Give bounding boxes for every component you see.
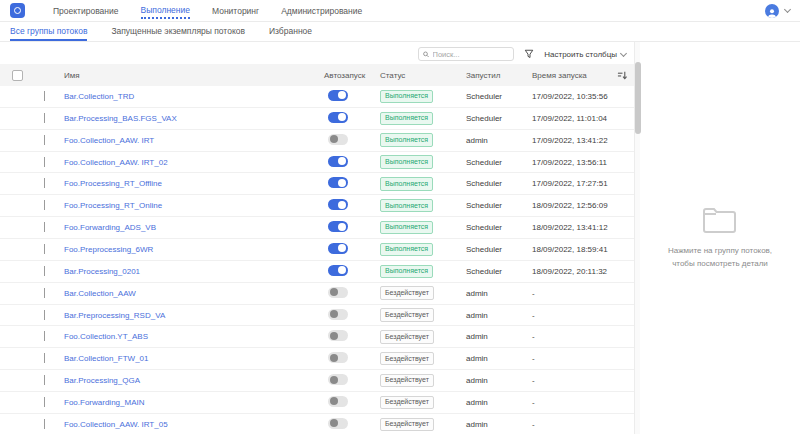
- autostart-toggle[interactable]: [328, 199, 348, 210]
- flow-group-name-link[interactable]: Bar.Collection_AAW: [64, 289, 136, 298]
- expand-chevron-icon[interactable]: [44, 266, 45, 276]
- nav-item-monitoring[interactable]: Мониторинг: [212, 3, 259, 18]
- expand-chevron-icon[interactable]: [44, 178, 45, 188]
- flow-group-name-link[interactable]: Bar.Processing_0201: [64, 267, 140, 276]
- autostart-toggle[interactable]: [328, 418, 348, 429]
- flow-group-name-link[interactable]: Foo.Collection_AAW. IRT_02: [64, 158, 168, 167]
- autostart-toggle[interactable]: [328, 177, 348, 188]
- table-row[interactable]: Bar.Processing_BAS.FGS_VAX Выполняется S…: [0, 108, 634, 130]
- table-row[interactable]: Bar.Processing_0201 Выполняется Schedule…: [0, 261, 634, 283]
- search-icon: [423, 51, 429, 58]
- filter-button[interactable]: [524, 49, 534, 59]
- start-time-value: 18/09/2022, 18:59:41: [532, 245, 610, 254]
- expand-chevron-icon[interactable]: [44, 288, 45, 298]
- flow-group-name-link[interactable]: Bar.Collection_TRD: [64, 92, 134, 101]
- autostart-toggle[interactable]: [328, 243, 348, 254]
- autostart-toggle[interactable]: [328, 112, 348, 123]
- expand-chevron-icon[interactable]: [44, 157, 45, 167]
- started-by-value: admin: [466, 311, 532, 320]
- started-by-value: Scheduler: [466, 223, 532, 232]
- table-row[interactable]: Bar.Processing_QGA Бездействует admin -: [0, 370, 634, 392]
- autostart-toggle[interactable]: [328, 90, 348, 101]
- expand-chevron-icon[interactable]: [44, 353, 45, 363]
- table-row[interactable]: Foo.Collection.YT_ABS Бездействует admin…: [0, 326, 634, 348]
- expand-chevron-icon[interactable]: [44, 397, 45, 407]
- flow-group-name-link[interactable]: Foo.Collection_AAW. IRT: [64, 136, 154, 145]
- sort-button[interactable]: [610, 70, 634, 81]
- user-avatar[interactable]: [765, 4, 779, 18]
- column-header-start-time[interactable]: Время запуска: [532, 71, 610, 80]
- expand-chevron-icon[interactable]: [44, 113, 45, 123]
- expand-chevron-icon[interactable]: [44, 375, 45, 385]
- flow-group-name-link[interactable]: Foo.Processing_RT_Offline: [64, 179, 162, 188]
- flow-group-name-link[interactable]: Bar.Processing_BAS.FGS_VAX: [64, 114, 177, 123]
- expand-chevron-icon[interactable]: [44, 200, 45, 210]
- nav-item-design[interactable]: Проектирование: [53, 3, 119, 18]
- tab-bar: Все группы потоков Запущенные экземпляры…: [0, 22, 800, 42]
- autostart-toggle[interactable]: [328, 134, 348, 145]
- table-row[interactable]: Foo.Collection_AAW. IRT_02 Выполняется S…: [0, 152, 634, 174]
- autostart-toggle[interactable]: [328, 309, 348, 320]
- search-input[interactable]: [433, 50, 510, 59]
- expand-chevron-icon[interactable]: [44, 222, 45, 232]
- tab-running-flow-instances[interactable]: Запущенные экземпляры потоков: [111, 22, 245, 41]
- autostart-toggle[interactable]: [328, 374, 348, 385]
- autostart-toggle[interactable]: [328, 265, 348, 276]
- expand-chevron-icon[interactable]: [44, 244, 45, 254]
- autostart-toggle[interactable]: [328, 396, 348, 407]
- flow-group-name-link[interactable]: Foo.Forwarding_MAIN: [64, 398, 144, 407]
- started-by-value: admin: [466, 289, 532, 298]
- flow-group-name-link[interactable]: Bar.Processing_QGA: [64, 376, 140, 385]
- flow-group-name-link[interactable]: Foo.Collection_AAW. IRT_05: [64, 420, 168, 429]
- expand-chevron-icon[interactable]: [44, 419, 45, 429]
- autostart-toggle[interactable]: [328, 287, 348, 298]
- column-header-autostart[interactable]: Автозапуск: [324, 71, 380, 80]
- search-box[interactable]: [418, 47, 514, 61]
- flow-groups-panel: Настроить столбцы Имя Автозапуск Статус …: [0, 42, 634, 434]
- autostart-toggle[interactable]: [328, 156, 348, 167]
- table-row[interactable]: Foo.Collection_AAW. IRT Выполняется admi…: [0, 130, 634, 152]
- configure-columns-button[interactable]: Настроить столбцы: [544, 50, 626, 59]
- table-row[interactable]: Bar.Collection_AAW Бездействует admin -: [0, 283, 634, 305]
- table-row[interactable]: Foo.Collection_AAW. IRT_05 Бездействует …: [0, 414, 634, 434]
- expand-chevron-icon[interactable]: [44, 310, 45, 320]
- column-header-status[interactable]: Статус: [380, 71, 466, 80]
- table-row[interactable]: Foo.Processing_RT_Online Выполняется Sch…: [0, 195, 634, 217]
- flow-group-name-link[interactable]: Foo.Collection.YT_ABS: [64, 332, 148, 341]
- column-header-started-by[interactable]: Запустил: [466, 71, 532, 80]
- select-all-checkbox[interactable]: [12, 70, 23, 81]
- flow-group-name-link[interactable]: Foo.Processing_RT_Online: [64, 201, 162, 210]
- tab-favorites[interactable]: Избранное: [269, 22, 312, 41]
- table-row[interactable]: Foo.Processing_RT_Offline Выполняется Sc…: [0, 173, 634, 195]
- flow-group-name-link[interactable]: Foo.Preprocessing_6WR: [64, 245, 153, 254]
- table-row[interactable]: Foo.Preprocessing_6WR Выполняется Schedu…: [0, 239, 634, 261]
- expand-chevron-icon[interactable]: [44, 135, 45, 145]
- table-row[interactable]: Bar.Collection_FTW_01 Бездействует admin…: [0, 348, 634, 370]
- table-row[interactable]: Bar.Preprocessing_RSD_VA Бездействует ad…: [0, 305, 634, 327]
- scrollbar-thumb[interactable]: [635, 62, 641, 134]
- table-row[interactable]: Foo.Forwarding_ADS_VB Выполняется Schedu…: [0, 217, 634, 239]
- autostart-toggle[interactable]: [328, 221, 348, 232]
- start-time-value: -: [532, 398, 610, 407]
- app-logo-icon[interactable]: [10, 3, 25, 18]
- user-menu-chevron-icon[interactable]: [784, 6, 791, 13]
- vertical-scrollbar[interactable]: [634, 42, 640, 434]
- status-badge: Выполняется: [380, 112, 433, 125]
- autostart-toggle[interactable]: [328, 352, 348, 363]
- flow-group-name-link[interactable]: Foo.Forwarding_ADS_VB: [64, 223, 156, 232]
- expand-chevron-icon[interactable]: [44, 91, 45, 101]
- table-row[interactable]: Bar.Collection_TRD Выполняется Scheduler…: [0, 86, 634, 108]
- start-time-value: -: [532, 311, 610, 320]
- table-row[interactable]: Foo.Forwarding_MAIN Бездействует admin -: [0, 392, 634, 414]
- column-header-name[interactable]: Имя: [58, 71, 324, 80]
- chevron-down-icon: [620, 49, 627, 56]
- nav-item-administration[interactable]: Администрирование: [281, 3, 362, 18]
- status-badge: Выполняется: [380, 199, 433, 212]
- flow-group-name-link[interactable]: Bar.Preprocessing_RSD_VA: [64, 311, 165, 320]
- tab-all-flow-groups[interactable]: Все группы потоков: [10, 22, 87, 41]
- start-time-value: 18/09/2022, 12:56:09: [532, 201, 610, 210]
- autostart-toggle[interactable]: [328, 330, 348, 341]
- expand-chevron-icon[interactable]: [44, 331, 45, 341]
- nav-item-execution[interactable]: Выполнение: [141, 2, 190, 19]
- flow-group-name-link[interactable]: Bar.Collection_FTW_01: [64, 354, 148, 363]
